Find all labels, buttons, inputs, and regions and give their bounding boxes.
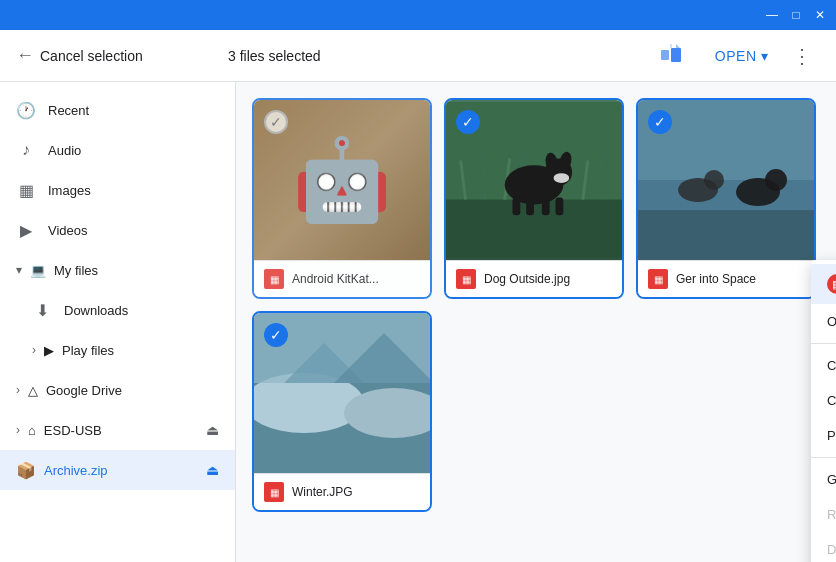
sidebar-item-archive-zip[interactable]: 📦 Archive.zip ⏏ (0, 450, 235, 490)
context-menu-open-gallery[interactable]: ▦ Open with Gallery (811, 264, 836, 304)
chevron-right-icon: › (32, 343, 36, 357)
cancel-selection-button[interactable]: ← Cancel selection (16, 45, 216, 66)
file-card-winter[interactable]: ✓ ▦ Winter.JPG (252, 311, 432, 512)
sidebar-item-google-drive[interactable]: › △ Google Drive (0, 370, 235, 410)
selection-check-third: ✓ (648, 110, 672, 134)
file-card-dog-outside[interactable]: ✓ ▦ Dog Outside.jpg (444, 98, 624, 299)
upload-icon (655, 40, 687, 72)
cancel-selection-label: Cancel selection (40, 48, 143, 64)
divider-2 (811, 457, 836, 458)
sidebar-item-play-files[interactable]: › ▶ Play files (0, 330, 235, 370)
upload-icons (655, 40, 687, 72)
sidebar-label-google-drive: Google Drive (46, 383, 122, 398)
file-name-winter: Winter.JPG (292, 485, 353, 499)
sidebar: 🕐 Recent ♪ Audio ▦ Images ▶ Videos ▾ 💻 M… (0, 82, 236, 562)
sidebar-label-videos: Videos (48, 223, 88, 238)
selection-check: ✓ (264, 110, 288, 134)
file-type-icon-third: ▦ (648, 269, 668, 289)
sidebar-item-videos[interactable]: ▶ Videos (0, 210, 235, 250)
sidebar-label-my-files: My files (54, 263, 98, 278)
sidebar-item-downloads[interactable]: ⬇ Downloads (0, 290, 235, 330)
archive-zip-icon: 📦 (16, 461, 36, 480)
play-files-icon: ▶ (44, 343, 54, 358)
file-type-icon-android: ▦ (264, 269, 284, 289)
sidebar-item-audio[interactable]: ♪ Audio (0, 130, 235, 170)
files-content: 🤖 ✓ ▦ Android KitKat... (236, 82, 836, 562)
third-thumbnail: ✓ (638, 100, 814, 260)
svg-rect-0 (661, 50, 669, 60)
svg-rect-22 (556, 198, 564, 216)
context-menu-open-with[interactable]: Open with… (811, 304, 836, 339)
file-type-icon-winter: ▦ (264, 482, 284, 502)
main-container: 🕐 Recent ♪ Audio ▦ Images ▶ Videos ▾ 💻 M… (0, 82, 836, 562)
context-menu-cut[interactable]: Cut Ctrl+X (811, 348, 836, 383)
cut-label: Cut (827, 358, 836, 373)
svg-rect-20 (526, 198, 534, 216)
minimize-button[interactable]: — (764, 7, 780, 23)
recent-icon: 🕐 (16, 101, 36, 120)
android-figure: 🤖 (292, 133, 392, 227)
my-files-icon: 💻 (30, 263, 46, 278)
svg-rect-19 (512, 198, 520, 216)
sidebar-label-archive-zip: Archive.zip (44, 463, 108, 478)
context-menu-rename: Rename Ctrl+Enter (811, 497, 836, 532)
selection-check-dog: ✓ (456, 110, 480, 134)
sidebar-label-images: Images (48, 183, 91, 198)
eject-esd-icon[interactable]: ⏏ (206, 422, 219, 438)
sidebar-item-images[interactable]: ▦ Images (0, 170, 235, 210)
maximize-button[interactable]: □ (788, 7, 804, 23)
downloads-icon: ⬇ (32, 301, 52, 320)
context-menu-get-info[interactable]: Get info Space (811, 462, 836, 497)
more-options-button[interactable]: ⋮ (784, 40, 820, 72)
sidebar-label-recent: Recent (48, 103, 89, 118)
selection-check-winter: ✓ (264, 323, 288, 347)
file-name-android: Android KitKat... (292, 272, 379, 286)
selection-count-label: 3 files selected (228, 48, 643, 64)
close-button[interactable]: ✕ (812, 7, 828, 23)
eject-archive-icon[interactable]: ⏏ (206, 462, 219, 478)
sidebar-item-recent[interactable]: 🕐 Recent (0, 90, 235, 130)
files-grid: 🤖 ✓ ▦ Android KitKat... (252, 98, 820, 512)
open-gallery-label-group: ▦ Open with Gallery (827, 274, 836, 294)
context-menu-copy[interactable]: Copy Ctrl+C (811, 383, 836, 418)
google-drive-icon: △ (28, 383, 38, 398)
chevron-right-google-drive-icon: › (16, 383, 20, 397)
svg-rect-1 (671, 48, 681, 62)
sidebar-item-esd-usb[interactable]: › ⌂ ESD-USB ⏏ (0, 410, 235, 450)
file-footer-android: ▦ Android KitKat... (254, 260, 430, 297)
images-icon: ▦ (16, 181, 36, 200)
winter-thumbnail: ✓ (254, 313, 430, 473)
esd-usb-icon: ⌂ (28, 423, 36, 438)
gallery-app-icon: ▦ (827, 274, 836, 294)
sidebar-label-esd-usb: ESD-USB (44, 423, 102, 438)
get-info-label: Get info (827, 472, 836, 487)
file-name-dog: Dog Outside.jpg (484, 272, 570, 286)
file-type-icon-dog: ▦ (456, 269, 476, 289)
file-card-third[interactable]: ✓ ▦ Ger into Space (636, 98, 816, 299)
paste-label: Paste (827, 428, 836, 443)
svg-marker-2 (676, 44, 680, 48)
sidebar-label-play-files: Play files (62, 343, 114, 358)
file-card-android-kitkat[interactable]: 🤖 ✓ ▦ Android KitKat... (252, 98, 432, 299)
sidebar-label-audio: Audio (48, 143, 81, 158)
header-actions: OPEN ▾ ⋮ (707, 40, 820, 72)
android-thumbnail: 🤖 ✓ (254, 100, 430, 260)
audio-icon: ♪ (16, 141, 36, 159)
sidebar-label-downloads: Downloads (64, 303, 128, 318)
sidebar-item-my-files[interactable]: ▾ 💻 My files (0, 250, 235, 290)
open-button[interactable]: OPEN ▾ (707, 42, 776, 70)
file-footer-third: ▦ Ger into Space (638, 260, 814, 297)
chevron-down-icon: ▾ (16, 263, 22, 277)
file-footer-winter: ▦ Winter.JPG (254, 473, 430, 510)
svg-point-27 (704, 170, 724, 190)
svg-point-18 (554, 173, 570, 183)
context-menu-paste[interactable]: Paste Ctrl+V (811, 418, 836, 453)
chevron-down-icon: ▾ (761, 48, 769, 64)
header: ← Cancel selection 3 files selected OPEN… (0, 30, 836, 82)
open-with-label: Open with… (827, 314, 836, 329)
context-menu: ▦ Open with Gallery Open with… Cut Ctrl+… (811, 260, 836, 562)
back-arrow-icon: ← (16, 45, 34, 66)
videos-icon: ▶ (16, 221, 36, 240)
svg-rect-21 (542, 198, 550, 216)
title-bar: — □ ✕ (0, 0, 836, 30)
